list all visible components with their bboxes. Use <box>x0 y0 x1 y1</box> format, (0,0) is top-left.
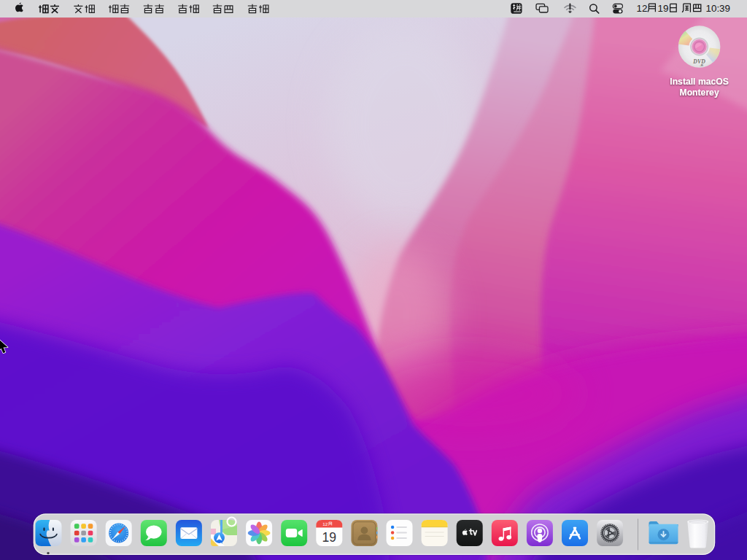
svg-text:Monterey: Monterey <box>680 88 719 98</box>
svg-text:19: 19 <box>658 3 669 14</box>
svg-text:Install macOS: Install macOS <box>670 77 729 87</box>
svg-text:19: 19 <box>322 530 336 545</box>
svg-text:-R: -R <box>700 63 703 67</box>
svg-text:12: 12 <box>637 3 648 14</box>
svg-text:12: 12 <box>322 521 328 526</box>
svg-text:10:39: 10:39 <box>706 3 731 14</box>
